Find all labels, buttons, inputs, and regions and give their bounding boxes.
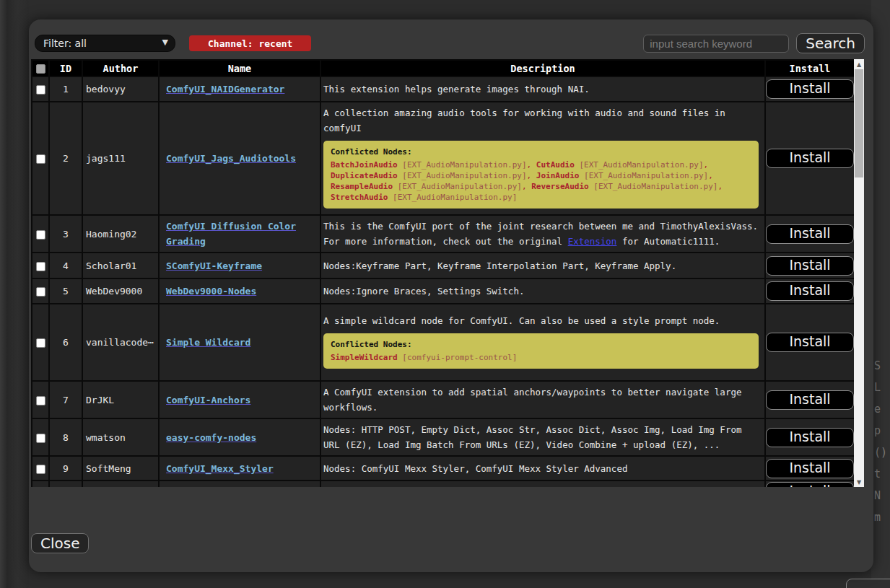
extension-table-body: 1 bedovyy ComfyUI_NAIDGenerator This ext… (32, 76, 854, 487)
row-id: 8 (49, 418, 82, 456)
install-button[interactable]: Install (766, 428, 854, 447)
row-id: 4 (49, 253, 82, 278)
search-input[interactable] (643, 35, 789, 53)
row-checkbox[interactable] (36, 338, 45, 348)
install-button[interactable]: Install (766, 256, 854, 276)
scrollbar-thumb[interactable] (855, 69, 863, 177)
conflict-node-source: [EXT_AudioManipulation.py] (388, 193, 517, 202)
description-text: A ComfyUI extension to add spatial ancho… (323, 387, 741, 413)
channel-badge[interactable]: Channel: recent (189, 35, 311, 51)
description-text: Nodes:Keyframe Part, Keyframe Interpolat… (323, 260, 676, 271)
row-name-cell: easy-comfy-nodes (159, 418, 320, 456)
table-row: 4 Scholar01 SComfyUI-Keyframe Nodes:Keyf… (32, 253, 854, 278)
install-button[interactable]: Install (766, 333, 854, 352)
row-install-cell: Install (765, 102, 854, 215)
close-button[interactable]: Close (31, 533, 89, 553)
description-text: for Automatic1111. (616, 236, 720, 247)
install-button[interactable]: Install (766, 224, 854, 244)
row-author: zcfrank1st (82, 481, 159, 487)
extension-name-link[interactable]: ComfyUI_Mexx_Styler (166, 463, 274, 474)
filter-select[interactable]: Filter: all (35, 35, 175, 52)
row-id: 10 (49, 481, 82, 487)
extension-name-link[interactable]: Simple Wildcard (166, 337, 250, 348)
install-button[interactable]: Install (766, 482, 854, 487)
select-all-checkbox[interactable] (36, 64, 45, 74)
conflicted-nodes-list: BatchJoinAudio [EXT_AudioManipulation.py… (331, 159, 751, 203)
row-checkbox[interactable] (36, 287, 45, 297)
row-checkbox-cell (32, 481, 49, 487)
header-name: Name (159, 60, 320, 76)
row-author: SoftMeng (82, 456, 159, 481)
row-checkbox-cell (32, 215, 49, 253)
row-author: wmatson (82, 418, 159, 456)
row-id: 3 (49, 215, 82, 253)
background-text-fragment: L (874, 381, 881, 394)
background-text-fragment: p (874, 424, 881, 437)
conflict-node-name: ResampleAudio (331, 182, 393, 191)
search-button[interactable]: Search (796, 33, 865, 53)
row-author: DrJKL (82, 381, 159, 418)
row-checkbox[interactable] (36, 85, 45, 95)
table-scrollbar[interactable]: ▲ ▼ (854, 59, 864, 487)
table-row: 7 DrJKL ComfyUI-Anchors A ComfyUI extens… (32, 381, 854, 418)
conflict-node-source: [EXT_AudioManipulation.py] (393, 182, 522, 191)
row-description: Nodes:Ignore Braces, Settings Switch. (323, 284, 760, 299)
row-author: Haoming02 (82, 215, 159, 253)
row-checkbox[interactable] (36, 465, 45, 474)
background-text-fragment: e (874, 403, 881, 416)
install-button[interactable]: Install (766, 79, 854, 99)
extension-name-link[interactable]: ComfyUI_NAIDGenerator (166, 84, 284, 95)
row-install-cell: Install (765, 215, 854, 253)
description-text: This extension helps generate images thr… (323, 84, 590, 95)
install-button[interactable]: Install (766, 149, 854, 168)
extension-name-link[interactable]: ComfyUI Diffusion Color Grading (166, 221, 296, 247)
row-description-cell: Nodes: ComfyUI Mexx Styler, ComfyUI Mexx… (320, 456, 765, 481)
extension-name-link[interactable]: SComfyUI-Keyframe (166, 260, 262, 271)
row-install-cell: Install (765, 304, 854, 381)
row-name-cell: ComfyUI_Jags_Audiotools (159, 102, 320, 215)
row-checkbox[interactable] (36, 154, 45, 164)
table-header-row: ID Author Name Description Install (32, 60, 854, 76)
scroll-up-icon[interactable]: ▲ (854, 59, 864, 69)
extension-table-zone: ID Author Name Description Install 1 bed… (31, 59, 873, 487)
dialog-footer: Close (31, 533, 89, 553)
extension-name-link[interactable]: ComfyUI Yolov8 (166, 486, 245, 487)
row-author: bedovyy (82, 76, 159, 102)
conflict-node-source: [comfyui-prompt-control] (398, 353, 518, 362)
row-install-cell: Install (765, 253, 854, 278)
row-description-cell: Nodes:Ignore Braces, Settings Switch. (320, 278, 765, 304)
row-checkbox[interactable] (36, 230, 45, 240)
description-link[interactable]: Extension (568, 236, 617, 247)
scroll-down-icon[interactable]: ▼ (854, 477, 864, 487)
row-description: Nodes: ComfyUI Mexx Styler, ComfyUI Mexx… (323, 461, 760, 476)
install-button[interactable]: Install (766, 459, 854, 478)
row-description: This is the ComfyUI port of the joint re… (323, 219, 760, 249)
row-install-cell: Install (765, 456, 854, 481)
row-author: WebDev9000 (82, 278, 159, 304)
conflict-node-name: ReverseAudio (531, 182, 588, 191)
row-author: jags111 (82, 102, 159, 215)
row-description-cell: This extension helps generate images thr… (320, 76, 765, 102)
extension-name-link[interactable]: WebDev9000-Nodes (166, 286, 256, 297)
row-name-cell: ComfyUI Yolov8 (159, 481, 320, 487)
row-description-cell: A collection amazing audio tools for wor… (320, 102, 765, 215)
install-custom-nodes-dialog: Filter: all ▼ Channel: recent Search (29, 19, 873, 572)
row-name-cell: WebDev9000-Nodes (159, 278, 320, 304)
extension-name-link[interactable]: ComfyUI_Jags_Audiotools (166, 153, 296, 164)
background-page-right-edge: SLep()tNm (871, 0, 890, 588)
extension-name-link[interactable]: easy-comfy-nodes (166, 432, 256, 443)
partial-button-behind-dialog (846, 579, 890, 588)
row-description: A ComfyUI extension to add spatial ancho… (323, 385, 760, 415)
description-text: A collection amazing audio tools for wor… (323, 107, 725, 133)
extension-name-link[interactable]: ComfyUI-Anchors (166, 395, 250, 405)
row-checkbox[interactable] (36, 434, 45, 443)
install-button[interactable]: Install (766, 390, 854, 410)
row-checkbox-cell (32, 456, 49, 481)
table-row: 3 Haoming02 ComfyUI Diffusion Color Grad… (32, 215, 854, 253)
install-button[interactable]: Install (766, 281, 854, 301)
row-description-cell: A simple wildcard node for ComfyUI. Can … (320, 304, 765, 381)
row-checkbox[interactable] (36, 396, 45, 405)
row-checkbox[interactable] (36, 262, 45, 271)
conflicted-nodes-list: SimpleWildcard [comfyui-prompt-control] (331, 352, 751, 363)
background-text-fragment: () (874, 446, 887, 459)
